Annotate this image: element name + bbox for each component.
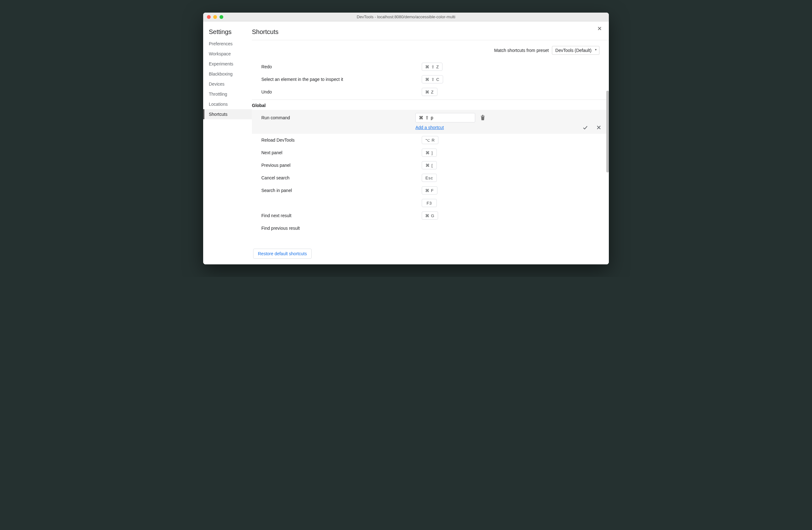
close-window-button[interactable] — [207, 15, 211, 19]
shortcut-label: Run command — [261, 115, 416, 120]
svg-rect-0 — [481, 116, 484, 116]
shortcut-keycap: ⌘ F — [422, 186, 437, 195]
shortcut-label: Search in panel — [261, 186, 422, 195]
shortcut-keycap: ⌘ Z — [422, 88, 437, 96]
minimize-window-button[interactable] — [213, 15, 217, 19]
shortcut-row[interactable]: Find previous result — [252, 222, 608, 235]
preset-value: DevTools (Default) — [555, 48, 592, 53]
zoom-window-button[interactable] — [219, 15, 223, 19]
shortcut-label: Find previous result — [261, 224, 422, 233]
shortcut-row[interactable]: Next panel⌘ ] — [252, 147, 608, 159]
shortcut-keycap: ⌘ [ — [422, 161, 437, 169]
shortcut-row[interactable]: Redo⌘ ⇧ Z — [252, 60, 608, 73]
sidebar-item-throttling[interactable]: Throttling — [203, 89, 252, 99]
shortcut-row[interactable]: Cancel searchEsc — [252, 171, 608, 184]
shortcut-row[interactable]: F3 — [252, 197, 608, 209]
sidebar-item-devices[interactable]: Devices — [203, 79, 252, 89]
confirm-icon[interactable] — [582, 125, 588, 130]
group-header-global: Global — [252, 99, 608, 110]
preset-label: Match shortcuts from preset — [494, 48, 549, 53]
add-shortcut-link[interactable]: Add a shortcut — [416, 125, 601, 130]
shortcut-keycap: Esc — [422, 174, 437, 182]
shortcut-row[interactable]: Undo⌘ Z — [252, 86, 608, 98]
shortcut-keycap: ⌘ ⇧ Z — [422, 62, 443, 71]
shortcut-edit-row: Run command Add a shortcut — [252, 110, 608, 134]
svg-rect-1 — [482, 115, 483, 116]
sidebar-item-preferences[interactable]: Preferences — [203, 39, 252, 49]
shortcut-label: Redo — [261, 62, 422, 71]
sidebar-title: Settings — [203, 28, 252, 39]
shortcut-label: Find next result — [261, 211, 422, 220]
shortcut-input[interactable] — [416, 113, 475, 123]
edit-actions — [582, 125, 601, 130]
sidebar-item-locations[interactable]: Locations — [203, 99, 252, 109]
shortcut-row[interactable]: Reload DevTools⌥ R — [252, 134, 608, 147]
shortcut-keycap: ⌘ ⇧ C — [422, 75, 443, 83]
page-header: Shortcuts — [252, 22, 609, 40]
shortcut-label: Undo — [261, 87, 422, 96]
sidebar-item-shortcuts[interactable]: Shortcuts — [203, 109, 252, 119]
preset-row: Match shortcuts from preset DevTools (De… — [252, 40, 609, 60]
sidebar-item-experiments[interactable]: Experiments — [203, 59, 252, 69]
sidebar-item-blackboxing[interactable]: Blackboxing — [203, 69, 252, 79]
restore-defaults-button[interactable]: Restore default shortcuts — [253, 249, 311, 259]
devtools-window: DevTools - localhost:8080/demo/accessibl… — [203, 13, 609, 264]
restore-bar: Restore default shortcuts — [252, 246, 609, 264]
settings-main: ✕ Shortcuts Match shortcuts from preset … — [252, 22, 609, 264]
trash-icon[interactable] — [480, 115, 485, 121]
settings-body: Settings PreferencesWorkspaceExperiments… — [203, 22, 609, 264]
shortcut-label: Previous panel — [261, 161, 422, 170]
scrollbar[interactable] — [606, 90, 609, 172]
sidebar-item-workspace[interactable]: Workspace — [203, 49, 252, 59]
page-title: Shortcuts — [252, 28, 606, 36]
settings-sidebar: Settings PreferencesWorkspaceExperiments… — [203, 22, 252, 264]
shortcut-keycap: ⌘ ] — [422, 149, 437, 157]
shortcut-row[interactable]: Previous panel⌘ [ — [252, 159, 608, 171]
shortcut-keycap: F3 — [422, 199, 437, 207]
shortcut-row[interactable]: Select an element in the page to inspect… — [252, 73, 608, 86]
shortcut-row[interactable]: Search in panel⌘ F — [252, 184, 608, 197]
preset-select[interactable]: DevTools (Default) — [552, 46, 599, 55]
cancel-icon[interactable] — [596, 125, 601, 130]
shortcuts-list[interactable]: Redo⌘ ⇧ ZSelect an element in the page t… — [252, 60, 609, 264]
shortcut-row[interactable]: Find next result⌘ G — [252, 209, 608, 222]
window-title: DevTools - localhost:8080/demo/accessibl… — [203, 14, 609, 19]
shortcut-keycap: ⌘ G — [422, 211, 438, 220]
window-controls — [207, 15, 223, 19]
shortcut-label: Next panel — [261, 148, 422, 157]
shortcut-keycap: ⌥ R — [422, 136, 438, 144]
shortcut-label: Reload DevTools — [261, 136, 422, 144]
shortcut-label: Select an element in the page to inspect… — [261, 75, 422, 84]
shortcut-label: Cancel search — [261, 173, 422, 182]
titlebar: DevTools - localhost:8080/demo/accessibl… — [203, 13, 609, 22]
